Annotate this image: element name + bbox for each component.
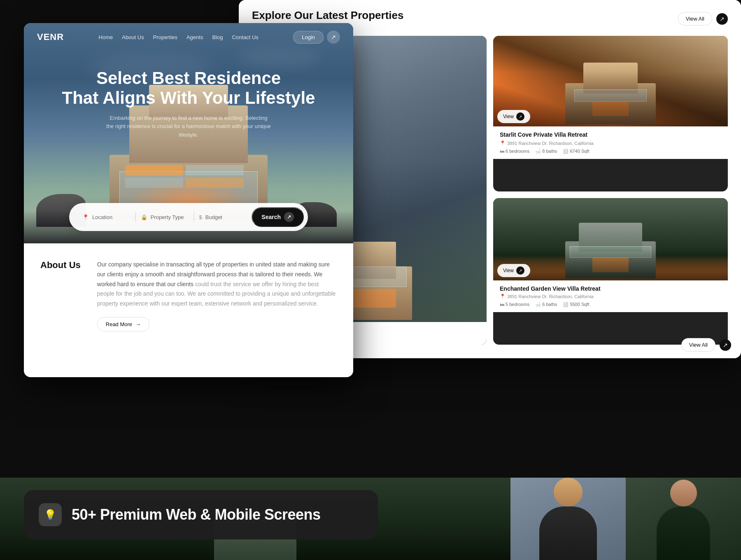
arrow-button-top[interactable]: ↗ bbox=[716, 13, 728, 25]
about-title: About Us bbox=[40, 260, 81, 271]
budget-label: Budget bbox=[205, 214, 222, 220]
nav-home[interactable]: Home bbox=[99, 34, 113, 40]
prop1-address: 📍 3891 Ranchview Dr. Richardson, Califor… bbox=[500, 140, 721, 146]
bottom-img-person2 bbox=[626, 478, 741, 560]
search-bar: 📍 Location 🔒 Property Type $ Budget Sear… bbox=[69, 203, 308, 231]
prop2-info: Enchanted Garden View Villa Retreat 📍 38… bbox=[493, 280, 728, 312]
hero-title: Select Best Residence That Aligns With Y… bbox=[49, 68, 329, 108]
prop2-view-overlay: View ↗ bbox=[497, 264, 530, 277]
prop2-details: 🛏 5 bedrooms 🛁 6 baths ⬜ 5500 Sqft bbox=[500, 302, 721, 307]
bottom-view-all-button[interactable]: View All bbox=[681, 338, 715, 352]
prop1-view-overlay: View ↗ bbox=[497, 110, 530, 123]
nav-about[interactable]: About Us bbox=[122, 34, 144, 40]
about-section: About Us Our company specialise in trans… bbox=[24, 243, 353, 344]
nav-agents[interactable]: Agents bbox=[186, 34, 203, 40]
prop1-arrow-icon: ↗ bbox=[516, 112, 524, 121]
location-label: Location bbox=[92, 214, 112, 220]
budget-field[interactable]: $ Budget bbox=[194, 214, 252, 220]
bottom-img-person1 bbox=[510, 478, 626, 560]
nav-blog[interactable]: Blog bbox=[212, 34, 223, 40]
hero-section: VENR Home About Us Properties Agents Blo… bbox=[24, 23, 353, 243]
hero-text: Select Best Residence That Aligns With Y… bbox=[24, 68, 353, 140]
bottom-view-row: View All ↗ bbox=[681, 338, 731, 352]
hero-subtitle: Embarking on the journey to find a new h… bbox=[106, 114, 271, 140]
promo-bar: 💡 50+ Premium Web & Mobile Screens bbox=[24, 490, 378, 539]
read-more-arrow-icon: → bbox=[135, 321, 141, 327]
property-type-icon: 🔒 bbox=[141, 214, 147, 220]
nav-contact[interactable]: Contact Us bbox=[232, 34, 258, 40]
about-title-area: About Us bbox=[40, 260, 81, 331]
property-type-label: Property Type bbox=[151, 214, 184, 220]
prop1-details: 🛏 6 bedrooms 🛁 8 baths ⬜ 6740 Sqft bbox=[500, 149, 721, 154]
about-text: Our company specialise in transacting al… bbox=[97, 260, 337, 309]
about-content: About Us Our company specialise in trans… bbox=[40, 260, 337, 331]
prop1-title: Starlit Cove Private Villa Retreat bbox=[500, 131, 587, 138]
prop2-arrow-icon: ↗ bbox=[516, 266, 524, 275]
person1-silhouette bbox=[539, 478, 597, 560]
prop2-address: 📍 3891 Ranchview Dr. Richardson, Califor… bbox=[500, 294, 721, 299]
prop2-view-button[interactable]: View ↗ bbox=[497, 264, 530, 277]
location-icon: 📍 bbox=[82, 214, 89, 220]
logo: VENR bbox=[37, 32, 64, 42]
promo-text: 50+ Premium Web & Mobile Screens bbox=[72, 506, 321, 523]
login-button[interactable]: Login bbox=[293, 31, 324, 44]
read-more-button[interactable]: Read More → bbox=[97, 317, 149, 331]
nav-properties[interactable]: Properties bbox=[153, 34, 177, 40]
budget-icon: $ bbox=[199, 214, 202, 220]
search-arrow-icon: ↗ bbox=[284, 212, 294, 222]
bottom-arrow-button[interactable]: ↗ bbox=[720, 339, 731, 351]
promo-icon: 💡 bbox=[39, 503, 62, 526]
prop1-view-button[interactable]: View ↗ bbox=[497, 110, 530, 123]
windows-container: Explore Our Latest Properties Sit lorem … bbox=[0, 0, 741, 560]
location-field[interactable]: 📍 Location bbox=[77, 214, 135, 220]
nav-arrow-button[interactable]: ↗ bbox=[327, 30, 340, 44]
search-button[interactable]: Search ↗ bbox=[252, 207, 304, 227]
prop2-title: Enchanted Garden View Villa Retreat bbox=[500, 285, 721, 292]
about-text-area: Our company specialise in transacting al… bbox=[97, 260, 337, 331]
hero-nav: VENR Home About Us Properties Agents Blo… bbox=[24, 23, 353, 51]
nav-actions: Login ↗ bbox=[293, 30, 340, 44]
property-type-field[interactable]: 🔒 Property Type bbox=[136, 214, 194, 220]
person2-silhouette bbox=[657, 480, 710, 560]
front-window: VENR Home About Us Properties Agents Blo… bbox=[24, 23, 353, 377]
building-windows bbox=[125, 165, 244, 188]
nav-links: Home About Us Properties Agents Blog Con… bbox=[99, 34, 259, 40]
back-window-title: Explore Our Latest Properties bbox=[252, 9, 403, 22]
view-all-button[interactable]: View All bbox=[678, 12, 712, 26]
